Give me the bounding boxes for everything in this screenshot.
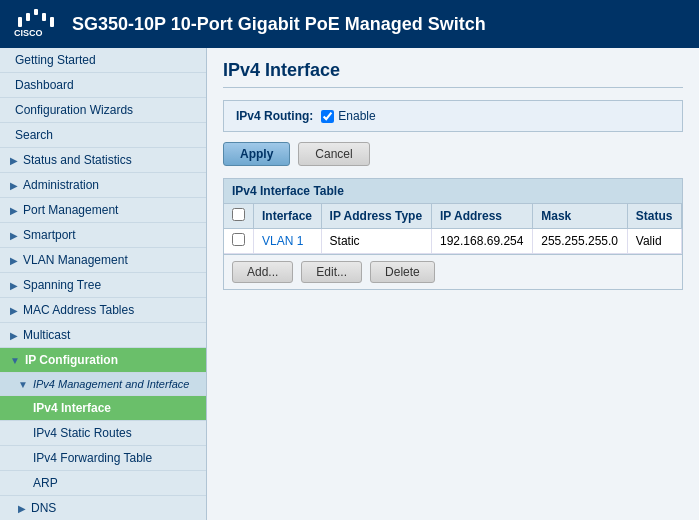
sidebar-item-ip-configuration[interactable]: ▼ IP Configuration (0, 348, 206, 373)
svg-rect-0 (34, 9, 38, 15)
sidebar-item-ipv4-static-routes[interactable]: IPv4 Static Routes (0, 421, 206, 446)
svg-text:CISCO: CISCO (14, 28, 43, 37)
sidebar-item-getting-started[interactable]: Getting Started (0, 48, 206, 73)
cisco-logo: CISCO (12, 9, 60, 40)
header-title: SG350-10P 10-Port Gigabit PoE Managed Sw… (72, 14, 486, 35)
main-layout: Getting Started Dashboard Configuration … (0, 48, 699, 520)
ipv4-interface-table-section: IPv4 Interface Table Interface IP Addres… (223, 178, 683, 290)
sidebar-item-mac-address-tables[interactable]: ▶ MAC Address Tables (0, 298, 206, 323)
enable-checkbox-label: Enable (338, 109, 375, 123)
expand-arrow-icon: ▶ (10, 180, 18, 191)
cancel-button[interactable]: Cancel (298, 142, 369, 166)
col-interface: Interface (254, 204, 322, 229)
expand-arrow-icon: ▶ (10, 155, 18, 166)
col-ip-type: IP Address Type (321, 204, 431, 229)
expand-arrow-icon: ▶ (10, 255, 18, 266)
sidebar-item-administration[interactable]: ▶ Administration (0, 173, 206, 198)
table-action-buttons: Add... Edit... Delete (224, 254, 682, 289)
expand-arrow-icon: ▶ (18, 503, 26, 514)
svg-rect-4 (50, 17, 54, 27)
action-buttons: Apply Cancel (223, 142, 683, 166)
row-status: Valid (627, 229, 681, 254)
main-content: IPv4 Interface IPv4 Routing: Enable Appl… (207, 48, 699, 520)
select-all-checkbox[interactable] (232, 208, 245, 221)
interface-link[interactable]: VLAN 1 (262, 234, 303, 248)
header: CISCO SG350-10P 10-Port Gigabit PoE Mana… (0, 0, 699, 48)
sidebar-item-dashboard[interactable]: Dashboard (0, 73, 206, 98)
row-mask: 255.255.255.0 (533, 229, 628, 254)
col-ip-address: IP Address (432, 204, 533, 229)
collapse-arrow-icon: ▼ (10, 355, 20, 366)
row-checkbox-cell (224, 229, 254, 254)
col-checkbox (224, 204, 254, 229)
svg-rect-2 (42, 13, 46, 21)
expand-arrow-icon: ▶ (10, 230, 18, 241)
svg-rect-1 (26, 13, 30, 21)
table-title: IPv4 Interface Table (224, 179, 682, 204)
row-checkbox[interactable] (232, 233, 245, 246)
sidebar-item-ipv4-forwarding-table[interactable]: IPv4 Forwarding Table (0, 446, 206, 471)
col-status: Status (627, 204, 681, 229)
expand-arrow-icon: ▶ (10, 330, 18, 341)
expand-arrow-icon: ▶ (10, 280, 18, 291)
row-interface: VLAN 1 (254, 229, 322, 254)
col-mask: Mask (533, 204, 628, 229)
apply-button[interactable]: Apply (223, 142, 290, 166)
expand-arrow-icon: ▶ (10, 305, 18, 316)
sidebar-item-port-management[interactable]: ▶ Port Management (0, 198, 206, 223)
sidebar-item-search[interactable]: Search (0, 123, 206, 148)
page-title: IPv4 Interface (223, 60, 683, 88)
svg-rect-3 (18, 17, 22, 27)
enable-checkbox[interactable] (321, 110, 334, 123)
sidebar-item-multicast[interactable]: ▶ Multicast (0, 323, 206, 348)
sidebar-item-arp[interactable]: ARP (0, 471, 206, 496)
ipv4-routing-label: IPv4 Routing: (236, 109, 313, 123)
ipv4-routing-form: IPv4 Routing: Enable (223, 100, 683, 132)
sidebar-item-vlan-management[interactable]: ▶ VLAN Management (0, 248, 206, 273)
edit-button[interactable]: Edit... (301, 261, 362, 283)
sidebar-item-spanning-tree[interactable]: ▶ Spanning Tree (0, 273, 206, 298)
row-ip-type: Static (321, 229, 431, 254)
add-button[interactable]: Add... (232, 261, 293, 283)
delete-button[interactable]: Delete (370, 261, 435, 283)
sidebar-item-ipv4-interface[interactable]: IPv4 Interface (0, 396, 206, 421)
expand-arrow-icon: ▶ (10, 205, 18, 216)
enable-checkbox-wrapper: Enable (321, 109, 375, 123)
ipv4-interface-table: Interface IP Address Type IP Address Mas… (224, 204, 682, 254)
row-ip-address: 192.168.69.254 (432, 229, 533, 254)
sidebar-item-status-stats[interactable]: ▶ Status and Statistics (0, 148, 206, 173)
sidebar-item-smartport[interactable]: ▶ Smartport (0, 223, 206, 248)
collapse-arrow-icon: ▼ (18, 379, 28, 390)
sidebar: Getting Started Dashboard Configuration … (0, 48, 207, 520)
sidebar-item-config-wizards[interactable]: Configuration Wizards (0, 98, 206, 123)
sidebar-item-dns[interactable]: ▶ DNS (0, 496, 206, 520)
sidebar-item-ipv4-mgmt[interactable]: ▼ IPv4 Management and Interface (0, 373, 206, 396)
table-row: VLAN 1 Static 192.168.69.254 255.255.255… (224, 229, 682, 254)
